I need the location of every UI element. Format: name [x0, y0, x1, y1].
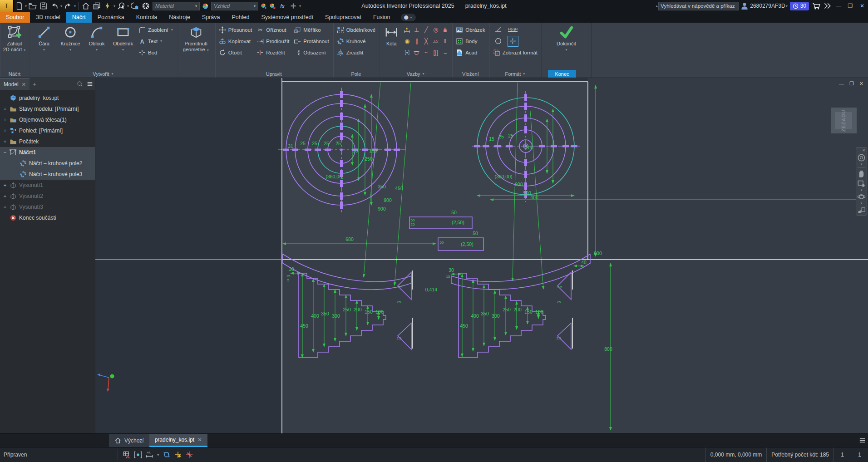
- iproperties-icon[interactable]: [102, 1, 113, 11]
- perpendicular-constraint-icon[interactable]: ⊥: [414, 26, 419, 33]
- dimension-display-icon[interactable]: +/-: [145, 451, 153, 459]
- slice-graphics-icon[interactable]: [163, 451, 171, 459]
- add-quick-command-icon[interactable]: [288, 1, 299, 11]
- panel-label-sketch[interactable]: Náčrt: [2, 70, 27, 78]
- tab-overflow-menu[interactable]: ⬤▾: [401, 14, 416, 21]
- scale-button[interactable]: Měřítko: [292, 24, 330, 35]
- ribbon-tab-systémové-prostředí[interactable]: Systémové prostředí: [255, 12, 319, 23]
- appearance-clear-icon[interactable]: [268, 1, 277, 11]
- home-view-icon[interactable]: [80, 1, 91, 11]
- graphics-canvas[interactable]: 312525252550150250(360,00)35045090090015…: [95, 78, 868, 433]
- split-button[interactable]: Rozdělit: [255, 47, 291, 58]
- panel-label-format[interactable]: Formát▾: [491, 70, 539, 78]
- chevron-down-icon[interactable]: ▾: [25, 4, 27, 8]
- tab-list-menu-icon[interactable]: [856, 434, 868, 447]
- smooth-constraint-icon[interactable]: ~: [424, 49, 428, 56]
- zoom-window-icon[interactable]: [857, 179, 866, 188]
- material-swap-icon[interactable]: [129, 1, 140, 11]
- tree-item-objemov-t-lesa-1-[interactable]: +Objemová tělesa(1): [0, 114, 95, 125]
- chevron-down-icon[interactable]: ▾: [113, 4, 115, 8]
- ribbon-tab-náčrt[interactable]: Náčrt: [66, 12, 92, 23]
- select-tool-icon[interactable]: [116, 1, 127, 11]
- help-search-input[interactable]: Vyhledávat v nápovědě a příkaz: [658, 2, 739, 10]
- construction-line-icon[interactable]: [493, 25, 504, 35]
- ribbon-tab-fusion[interactable]: Fusion: [367, 12, 396, 23]
- snap-toggle-icon[interactable]: [123, 451, 131, 459]
- panel-label-create[interactable]: Vytvořit▾: [31, 70, 175, 78]
- user-avatar-icon[interactable]: [739, 1, 750, 11]
- tree-item-vysunut-1[interactable]: +Vysunutí1: [0, 180, 95, 191]
- material-combobox[interactable]: Materiál▾: [153, 2, 200, 10]
- save-icon[interactable]: [38, 1, 49, 11]
- tab-home[interactable]: Výchozí: [109, 434, 149, 447]
- inventor-logo[interactable]: I: [0, 0, 14, 12]
- tree-item-vysunut-3[interactable]: +Vysunutí3: [0, 202, 95, 212]
- doc-restore-icon[interactable]: ❐: [849, 81, 854, 87]
- tab-document[interactable]: pradelny_kos.ipt✕: [149, 434, 207, 447]
- arc-button[interactable]: Oblouk▾: [84, 24, 109, 70]
- ribbon-tab-kontrola[interactable]: Kontrola: [130, 12, 163, 23]
- copy-button[interactable]: Kopírovat: [217, 35, 254, 47]
- constraint-settings-icon[interactable]: [▾]: [404, 50, 409, 55]
- tree-item-konec-sou-sti[interactable]: Konec součásti: [0, 212, 95, 223]
- ribbon-tab-pohled[interactable]: Pohled: [226, 12, 255, 23]
- tree-item-n-rt-kruhov-pole3[interactable]: Náčrt – kruhové pole3: [0, 169, 95, 180]
- appearance-wheel-icon[interactable]: [201, 1, 210, 11]
- close-icon[interactable]: ✕: [197, 437, 202, 443]
- vertical-constraint-icon[interactable]: ‖: [444, 38, 446, 44]
- collinear-constraint-icon[interactable]: ╳: [424, 38, 428, 44]
- trim-button[interactable]: ✂Oříznout: [255, 24, 291, 35]
- stretch-button[interactable]: Protáhnout: [292, 35, 330, 47]
- ribbon-tab-spolupracovat[interactable]: Spolupracovat: [319, 12, 367, 23]
- ribbon-tab-poznámka[interactable]: Poznámka: [92, 12, 130, 23]
- tree-item-n-rt-kruhov-pole2[interactable]: Náčrt – kruhové pole2: [0, 158, 95, 169]
- extend-button[interactable]: Prodloužit: [255, 35, 291, 47]
- panel-label-insert[interactable]: Vložení: [454, 70, 487, 78]
- close-icon[interactable]: ✕: [22, 82, 26, 88]
- import-points-button[interactable]: Body: [454, 35, 487, 47]
- panel-label-constrain[interactable]: Vazby▾: [381, 70, 450, 78]
- undo-icon[interactable]: [49, 1, 60, 11]
- relax-mode-icon[interactable]: [174, 451, 182, 459]
- persistent-dimension-icon[interactable]: [185, 451, 193, 459]
- appearance-adjust-icon[interactable]: [260, 1, 268, 11]
- search-icon[interactable]: [75, 79, 85, 89]
- point-button[interactable]: Bod: [137, 47, 175, 58]
- ribbon-tab-nástroje[interactable]: Nástroje: [163, 12, 196, 23]
- rotate-button[interactable]: Otočit: [217, 47, 254, 58]
- dimension-button[interactable]: Kóta: [381, 24, 401, 70]
- show-format-button[interactable]: Zobrazit formát: [491, 47, 539, 58]
- chevron-down-icon[interactable]: ▾: [74, 4, 76, 8]
- move-button[interactable]: Přesunout: [217, 24, 254, 35]
- chevron-down-icon[interactable]: ▾: [157, 453, 159, 457]
- browser-tab-model[interactable]: Model✕: [0, 78, 30, 90]
- ribbon-tab-správa[interactable]: Správa: [196, 12, 226, 23]
- collapse-right-icon[interactable]: [822, 1, 833, 11]
- appearance-combobox[interactable]: Vzhled▾: [211, 2, 258, 10]
- tree-item-pradelny-kos-ipt[interactable]: pradelny_kos.ipt: [0, 93, 95, 103]
- tree-item-vysunut-2[interactable]: +Vysunutí2: [0, 191, 95, 202]
- ribbon-tab-soubor[interactable]: Soubor: [0, 12, 30, 23]
- constraint-inference-icon[interactable]: [134, 451, 142, 459]
- parallel-constraint-icon[interactable]: ∥: [415, 38, 418, 44]
- mirror-button[interactable]: Zrcadlit: [335, 47, 378, 58]
- tree-item-n-rt1[interactable]: −Náčrt1: [0, 147, 95, 158]
- toolbar-overflow-icon[interactable]: ▾: [299, 4, 301, 8]
- look-at-icon[interactable]: [857, 206, 866, 214]
- fix-constraint-icon[interactable]: [432, 38, 439, 44]
- chevron-down-icon[interactable]: ▾: [60, 4, 62, 8]
- line-button[interactable]: Čára▾: [31, 24, 57, 70]
- doc-minimize-icon[interactable]: —: [839, 81, 844, 87]
- driven-dimension-icon[interactable]: H(x)H: [508, 25, 518, 35]
- auto-dimension-icon[interactable]: [404, 26, 410, 33]
- pan-icon[interactable]: [857, 170, 866, 178]
- finish-sketch-button[interactable]: Dokončit▾: [551, 24, 582, 70]
- new-file-icon[interactable]: [14, 1, 25, 11]
- chevron-down-icon[interactable]: ▾: [127, 4, 129, 8]
- equal-constraint-icon[interactable]: =: [444, 49, 447, 56]
- viewcube[interactable]: ZEZADU: [831, 108, 857, 133]
- text-button[interactable]: A Text▾: [137, 35, 175, 47]
- trial-days-badge[interactable]: 30: [790, 2, 809, 10]
- panel-label-pattern[interactable]: Pole: [335, 70, 378, 78]
- search-expand-icon[interactable]: ▸: [656, 4, 658, 8]
